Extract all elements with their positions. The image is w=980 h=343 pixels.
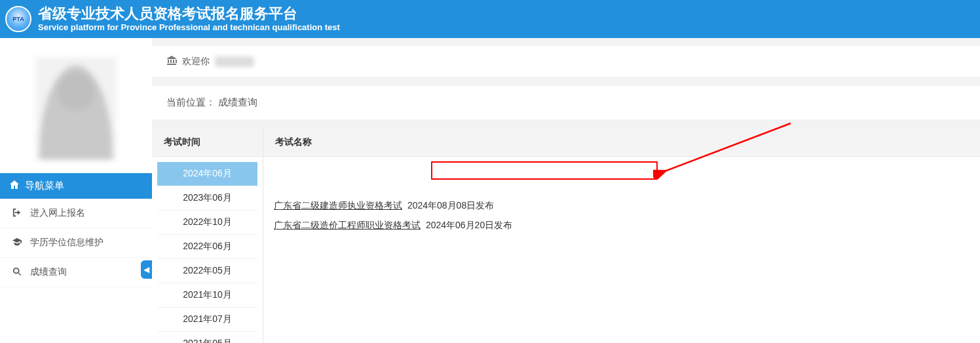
exam-list: 广东省二级建造师执业资格考试 2024年08月08日发布广东省二级造价工程师职业… [263,157,980,242]
sidebar-collapse-handle[interactable]: ◀ [141,260,152,279]
header-title-en: Service platform for Province Profession… [38,22,340,33]
login-icon [12,208,22,219]
time-item[interactable]: 2021年10月 [157,283,257,308]
time-item[interactable]: 2024年06月 [157,162,257,186]
time-item[interactable]: 2021年05月 [157,332,257,343]
bank-icon [166,55,177,68]
nav-header: 导航菜单 [0,173,152,199]
exam-row: 广东省二级建造师执业资格考试 2024年08月08日发布 [274,196,970,216]
welcome-username-redacted [215,56,254,67]
column-exam-name: 考试名称 广东省二级建造师执业资格考试 2024年08月08日发布广东省二级造价… [263,129,980,343]
exam-publish-date: 2024年08月08日发布 [405,200,494,211]
welcome-label: 欢迎你 [182,56,210,68]
breadcrumb-label: 当前位置： [166,96,216,108]
col-time-header: 考试时间 [152,129,263,157]
nav-item-education[interactable]: 学历学位信息维护 [0,228,152,258]
time-item[interactable]: 2022年05月 [157,259,257,283]
sidebar: 导航菜单 进入网上报名 学历学位信息维护 成绩查询 [0,38,152,343]
header-titles: 省级专业技术人员资格考试报名服务平台 Service platform for … [38,5,340,33]
graduation-icon [12,237,22,249]
logo-text: PTA [12,16,24,22]
nav-item-score-query[interactable]: 成绩查询 [0,258,152,287]
nav-item-register[interactable]: 进入网上报名 [0,199,152,228]
column-exam-time: 考试时间 2024年06月2023年06月2022年10月2022年06月202… [152,129,263,343]
exam-row: 广东省二级造价工程师职业资格考试 2024年06月20日发布 [274,216,970,235]
search-icon [12,267,22,278]
header-title-cn: 省级专业技术人员资格考试报名服务平台 [38,5,340,22]
breadcrumb-bar: 当前位置： 成绩查询 [152,86,980,119]
main-area: 欢迎你 当前位置： 成绩查询 考试时间 2024年06月2023年06月2022… [152,38,980,343]
app-header: PTA 省级专业技术人员资格考试报名服务平台 Service platform … [0,0,980,38]
avatar [36,58,116,160]
col-name-header: 考试名称 [263,129,980,157]
logo-badge: PTA [5,6,31,32]
home-icon [9,180,20,192]
time-item[interactable]: 2021年07月 [157,308,257,332]
nav-item-label: 学历学位信息维护 [30,237,104,249]
exam-link[interactable]: 广东省二级造价工程师职业资格考试 [274,220,421,230]
time-item[interactable]: 2022年10月 [157,211,257,235]
content-panel: 考试时间 2024年06月2023年06月2022年10月2022年06月202… [152,129,980,343]
nav-list: 进入网上报名 学历学位信息维护 成绩查询 [0,199,152,287]
avatar-box [0,38,152,173]
nav-item-label: 成绩查询 [30,266,67,278]
time-item[interactable]: 2022年06月 [157,235,257,259]
exam-link[interactable]: 广东省二级建造师执业资格考试 [274,200,402,211]
breadcrumb-current: 成绩查询 [218,96,257,108]
time-list: 2024年06月2023年06月2022年10月2022年06月2022年05月… [152,157,263,343]
welcome-bar: 欢迎你 [152,46,980,77]
exam-publish-date: 2024年06月20日发布 [423,220,512,230]
chevron-left-icon: ◀ [143,265,149,274]
nav-title-label: 导航菜单 [25,180,64,192]
time-item[interactable]: 2023年06月 [157,186,257,211]
nav-item-label: 进入网上报名 [30,207,85,219]
